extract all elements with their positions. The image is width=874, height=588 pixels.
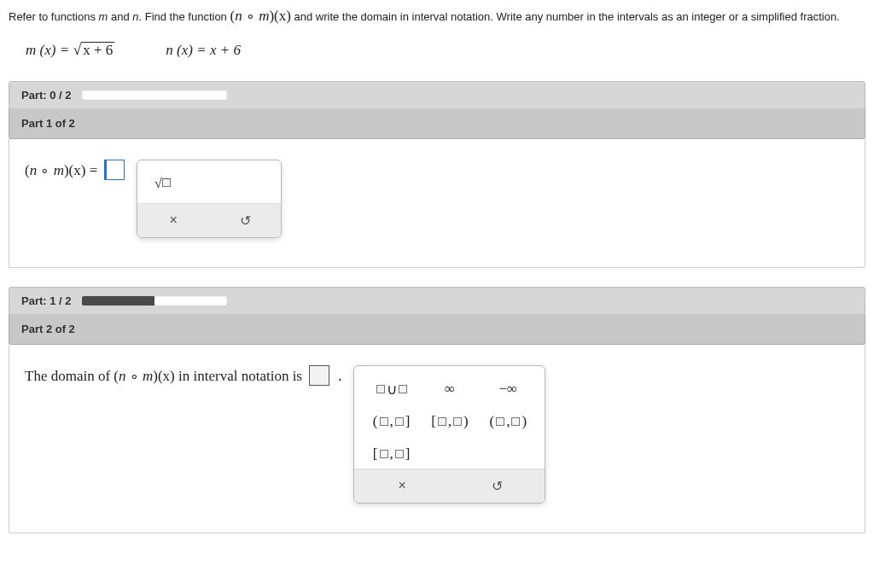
tool-neg-infinity-button[interactable]: −∞	[498, 380, 517, 399]
part1-expression: (n ∘ m)(x) =	[25, 160, 125, 180]
func-n: n (x) = x + 6	[166, 42, 241, 59]
q-text-a: Refer to functions	[9, 10, 99, 23]
p1-n: n	[30, 162, 38, 178]
tool-infinity-button[interactable]: ∞	[445, 380, 455, 399]
function-definitions: m (x) = √x + 6 n (x) = x + 6	[9, 35, 865, 76]
progress-track-0	[82, 90, 227, 100]
q-var-m: m	[99, 10, 108, 23]
tool-clear-button[interactable]: ×	[137, 204, 209, 237]
part1-tool-popup: √ × ↺	[137, 160, 282, 238]
func-m-left: m (x) =	[26, 42, 73, 58]
p2-circ: ∘	[126, 368, 143, 384]
p1-m: m	[54, 162, 64, 178]
tool-sqrt-sym: √	[154, 176, 162, 191]
p1-circ: ∘	[37, 162, 54, 178]
tool-closed-closed-button[interactable]: [,]	[373, 445, 411, 463]
comp-n: n	[235, 8, 242, 24]
p2-text-b: in interval notation is	[175, 368, 302, 384]
tool-undo-button[interactable]: ↺	[209, 204, 281, 237]
part-1-header: Part 1 of 2	[9, 108, 865, 139]
part1-answer-input[interactable]	[104, 160, 125, 180]
q-text-b: and	[108, 10, 132, 23]
progress-track-1	[82, 296, 227, 306]
func-m-arg: x + 6	[81, 42, 114, 57]
progress-label-0: Part: 0 / 2	[21, 89, 72, 102]
tool-closed-open-button[interactable]: [,)	[431, 412, 469, 431]
comp-m: m	[259, 8, 269, 24]
part-1-panel: (n ∘ m)(x) = √ × ↺	[9, 139, 865, 268]
q-text-d: and write the domain in interval notatio…	[291, 10, 840, 23]
tool-open-open-button[interactable]: (,)	[490, 412, 527, 431]
progress-bar-1: Part: 1 / 2	[9, 287, 865, 315]
sqrt-icon: √	[73, 42, 81, 57]
tool2-clear-button[interactable]: ×	[354, 469, 450, 503]
q-var-n: n	[132, 10, 138, 23]
tool-union-button[interactable]: ∪	[376, 380, 407, 399]
p2-close: )(x)	[153, 368, 174, 384]
p2-text-a: The domain of	[25, 368, 114, 384]
question-text: Refer to functions m and n. Find the fun…	[9, 7, 865, 25]
p2-n: n	[119, 368, 126, 384]
part2-answer-input[interactable]	[309, 365, 329, 386]
p2-period: .	[336, 367, 342, 385]
comp-close: )(x)	[269, 8, 290, 24]
q-text-c: . Find the function	[139, 10, 230, 23]
progress-bar-0: Part: 0 / 2	[9, 81, 865, 109]
p1-close: )(x) =	[64, 162, 97, 178]
progress-label-1: Part: 1 / 2	[21, 294, 72, 307]
part-2-panel: The domain of (n ∘ m)(x) in interval not…	[9, 345, 865, 533]
tool-open-closed-button[interactable]: (,]	[373, 412, 411, 431]
p2-m: m	[143, 368, 153, 384]
tool2-undo-button[interactable]: ↺	[450, 469, 545, 503]
part-2-header: Part 2 of 2	[9, 314, 865, 345]
tool-sqrt-button[interactable]: √	[149, 172, 175, 195]
func-m: m (x) = √x + 6	[26, 42, 114, 59]
part2-tool-popup: ∪ ∞ −∞ (,] [,) (,) [,] × ↺	[353, 365, 545, 504]
comp-circ: ∘	[242, 8, 259, 24]
part2-expression: The domain of (n ∘ m)(x) in interval not…	[25, 365, 341, 386]
